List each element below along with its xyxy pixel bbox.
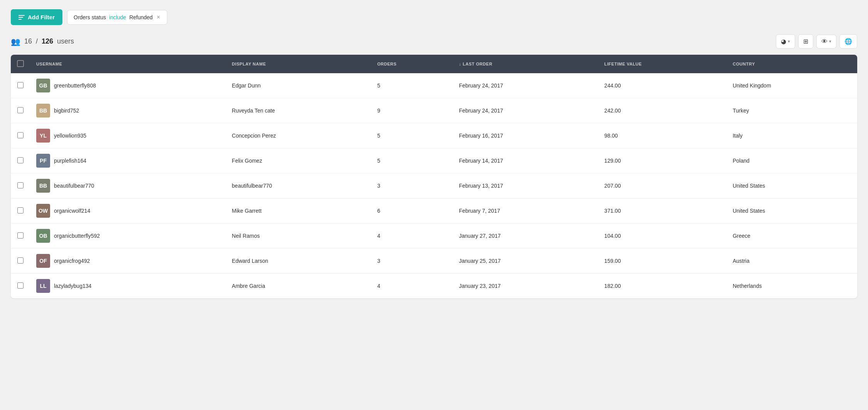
summary-row: 👥 16 / 126 users ◕ ▾ ⊞ 👁 ▾ 🌐: [11, 34, 857, 49]
row-select-checkbox[interactable]: [17, 182, 24, 188]
row-last-order: January 23, 2017: [453, 274, 598, 299]
table-row[interactable]: BB beautifulbear770 beautifulbear770 3 F…: [11, 173, 857, 198]
select-all-checkbox[interactable]: [17, 60, 24, 67]
column-country: COUNTRY: [727, 55, 857, 73]
row-country: Turkey: [727, 98, 857, 123]
row-country: Austria: [727, 249, 857, 274]
row-lifetime-value: 98.00: [598, 123, 727, 148]
row-last-order: February 24, 2017: [453, 73, 598, 98]
row-select-checkbox[interactable]: [17, 207, 24, 213]
avatar: YL: [36, 129, 50, 143]
user-count: 👥 16 / 126 users: [11, 37, 74, 46]
avatar: OF: [36, 254, 50, 268]
row-display-name: Edward Larson: [226, 249, 371, 274]
row-display-name: Neil Ramos: [226, 223, 371, 249]
row-checkbox: [11, 123, 30, 148]
row-country: Poland: [727, 148, 857, 173]
row-select-checkbox[interactable]: [17, 107, 24, 113]
column-checkbox: [11, 55, 30, 73]
row-orders: 3: [371, 173, 453, 198]
row-username: OW organicwolf214: [30, 198, 226, 223]
avatar: PF: [36, 154, 50, 168]
row-last-order: February 24, 2017: [453, 98, 598, 123]
row-username: LL lazyladybug134: [30, 274, 226, 299]
table-row[interactable]: OF organicfrog492 Edward Larson 3 Januar…: [11, 249, 857, 274]
user-count-total: 126: [42, 37, 53, 45]
table-row[interactable]: BB bigbird752 Ruveyda Ten cate 9 Februar…: [11, 98, 857, 123]
row-checkbox: [11, 98, 30, 123]
row-username: YL yellowlion935: [30, 123, 226, 148]
eye-icon: 👁: [821, 38, 828, 45]
row-select-checkbox[interactable]: [17, 232, 24, 239]
user-count-separator: /: [36, 37, 38, 45]
row-select-checkbox[interactable]: [17, 132, 24, 138]
table-body: GB greenbutterfly808 Edgar Dunn 5 Februa…: [11, 73, 857, 298]
username-text: organicbutterfly592: [54, 233, 100, 239]
row-display-name: Mike Garrett: [226, 198, 371, 223]
row-country: Italy: [727, 123, 857, 148]
username-text: greenbutterfly808: [54, 82, 96, 89]
username-text: lazyladybug134: [54, 283, 91, 289]
page: Add Filter Orders status include Refunde…: [0, 0, 868, 410]
row-lifetime-value: 182.00: [598, 274, 727, 299]
avatar: OB: [36, 229, 50, 243]
table-header: USERNAME DISPLAY NAME ORDERS ↓ LAST ORDE…: [11, 55, 857, 73]
row-username: OF organicfrog492: [30, 249, 226, 274]
table-row[interactable]: OB organicbutterfly592 Neil Ramos 4 Janu…: [11, 223, 857, 249]
username-text: beautifulbear770: [54, 183, 94, 189]
row-select-checkbox[interactable]: [17, 157, 24, 163]
row-last-order: January 25, 2017: [453, 249, 598, 274]
filter-chip: Orders status include Refunded ×: [67, 10, 167, 25]
table-row[interactable]: LL lazyladybug134 Ambre Garcia 4 January…: [11, 274, 857, 299]
column-visibility-button[interactable]: ◕ ▾: [776, 34, 795, 49]
row-lifetime-value: 207.00: [598, 173, 727, 198]
globe-button[interactable]: 🌐: [839, 34, 857, 49]
row-country: Netherlands: [727, 274, 857, 299]
row-lifetime-value: 242.00: [598, 98, 727, 123]
row-country: United States: [727, 198, 857, 223]
row-last-order: February 16, 2017: [453, 123, 598, 148]
row-last-order: February 13, 2017: [453, 173, 598, 198]
avatar: LL: [36, 279, 50, 293]
username-text: organicfrog492: [54, 258, 90, 264]
row-display-name: Concepcion Perez: [226, 123, 371, 148]
row-orders: 6: [371, 198, 453, 223]
row-select-checkbox[interactable]: [17, 82, 24, 88]
row-username: GB greenbutterfly808: [30, 73, 226, 98]
row-checkbox: [11, 148, 30, 173]
column-last-order[interactable]: ↓ LAST ORDER: [453, 55, 598, 73]
add-filter-button[interactable]: Add Filter: [11, 9, 62, 25]
row-orders: 4: [371, 274, 453, 299]
users-icon: 👥: [11, 37, 20, 46]
users-table: USERNAME DISPLAY NAME ORDERS ↓ LAST ORDE…: [11, 55, 857, 298]
row-last-order: January 27, 2017: [453, 223, 598, 249]
username-text: bigbird752: [54, 108, 79, 114]
visibility-button[interactable]: 👁 ▾: [816, 35, 836, 49]
avatar: OW: [36, 204, 50, 218]
row-select-checkbox[interactable]: [17, 282, 24, 289]
table-row[interactable]: GB greenbutterfly808 Edgar Dunn 5 Februa…: [11, 73, 857, 98]
row-checkbox: [11, 274, 30, 299]
row-display-name: Ambre Garcia: [226, 274, 371, 299]
layout-button[interactable]: ⊞: [798, 34, 813, 49]
column-lifetime-value: LIFETIME VALUE: [598, 55, 727, 73]
row-lifetime-value: 129.00: [598, 148, 727, 173]
row-lifetime-value: 159.00: [598, 249, 727, 274]
toolbar-icons: ◕ ▾ ⊞ 👁 ▾ 🌐: [776, 34, 857, 49]
table-row[interactable]: YL yellowlion935 Concepcion Perez 5 Febr…: [11, 123, 857, 148]
row-select-checkbox[interactable]: [17, 257, 24, 264]
filter-chip-close-button[interactable]: ×: [156, 14, 161, 20]
filter-chip-prefix: Orders status: [74, 14, 106, 20]
row-orders: 4: [371, 223, 453, 249]
row-checkbox: [11, 223, 30, 249]
table-container: USERNAME DISPLAY NAME ORDERS ↓ LAST ORDE…: [11, 55, 857, 298]
add-filter-label: Add Filter: [28, 14, 55, 20]
row-checkbox: [11, 249, 30, 274]
chevron-down-icon: ▾: [788, 39, 790, 44]
row-orders: 5: [371, 123, 453, 148]
row-country: United Kingdom: [727, 73, 857, 98]
table-row[interactable]: PF purplefish164 Felix Gomez 5 February …: [11, 148, 857, 173]
row-orders: 3: [371, 249, 453, 274]
table-row[interactable]: OW organicwolf214 Mike Garrett 6 Februar…: [11, 198, 857, 223]
row-display-name: Ruveyda Ten cate: [226, 98, 371, 123]
